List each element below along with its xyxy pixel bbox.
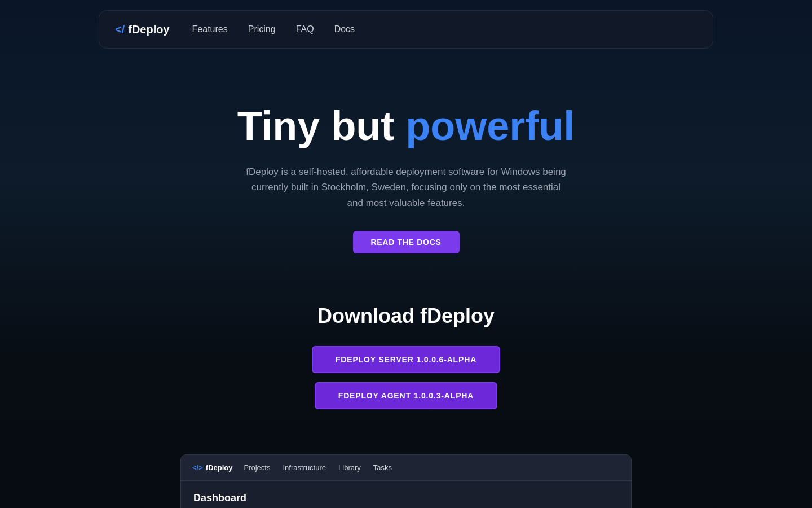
agent-download-button[interactable]: FDEPLOY AGENT 1.0.0.3-ALPHA xyxy=(315,382,498,409)
download-title: Download fDeploy xyxy=(11,304,801,328)
nav-docs[interactable]: Docs xyxy=(334,24,355,34)
download-section: Download fDeploy FDEPLOY SERVER 1.0.0.6-… xyxy=(0,276,812,426)
app-logo-text: fDeploy xyxy=(206,463,233,472)
app-logo: </> fDeploy xyxy=(192,463,232,472)
logo-link[interactable]: </ fDeploy xyxy=(115,23,170,36)
app-nav-projects: Projects xyxy=(244,463,270,472)
server-download-button[interactable]: FDEPLOY SERVER 1.0.0.6-ALPHA xyxy=(312,346,500,373)
app-dashboard-title: Dashboard xyxy=(193,492,619,504)
hero-subtitle: fDeploy is a self-hosted, affordable dep… xyxy=(242,164,570,211)
hero-title-accent: powerful xyxy=(405,103,575,148)
nav-features[interactable]: Features xyxy=(192,24,228,34)
app-nav-library: Library xyxy=(338,463,361,472)
app-logo-bracket: </> xyxy=(192,463,203,472)
nav-faq[interactable]: FAQ xyxy=(296,24,314,34)
app-navbar: </> fDeploy Projects Infrastructure Libr… xyxy=(181,455,631,481)
logo-text: fDeploy xyxy=(128,23,169,36)
hero-section: Tiny but powerful fDeploy is a self-host… xyxy=(0,59,812,276)
read-docs-button[interactable]: READ THE DOCS xyxy=(353,231,460,253)
app-nav-tasks: Tasks xyxy=(373,463,392,472)
hero-title: Tiny but powerful xyxy=(11,104,801,148)
download-buttons: FDEPLOY SERVER 1.0.0.6-ALPHA FDEPLOY AGE… xyxy=(11,346,801,409)
main-navbar: </ fDeploy Features Pricing FAQ Docs xyxy=(99,10,713,49)
app-nav-links: Projects Infrastructure Library Tasks xyxy=(244,463,392,472)
nav-pricing[interactable]: Pricing xyxy=(248,24,276,34)
app-screenshot: </> fDeploy Projects Infrastructure Libr… xyxy=(180,454,632,508)
nav-links: Features Pricing FAQ Docs xyxy=(192,24,355,34)
app-content: Dashboard Project group ▼ 🔍 Another Proj… xyxy=(181,481,631,508)
hero-title-main: Tiny but xyxy=(237,103,406,148)
app-nav-infrastructure: Infrastructure xyxy=(283,463,326,472)
logo-bracket-open: </ xyxy=(115,23,125,36)
